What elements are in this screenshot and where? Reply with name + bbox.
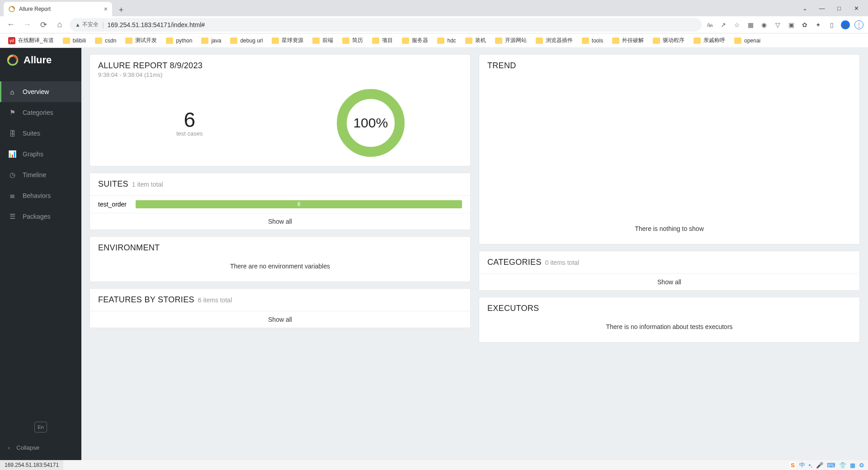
suites-card: SUITES 1 item total test_order 6 Show al… xyxy=(90,173,471,230)
ime-sogou-icon[interactable]: S xyxy=(790,462,796,469)
ime-punct-icon[interactable]: •, xyxy=(809,462,812,469)
ext-icon-2[interactable]: ◉ xyxy=(760,20,769,29)
reload-button[interactable]: ⟳ xyxy=(37,19,50,31)
features-card: FEATURES BY STORIES 6 items total Show a… xyxy=(90,288,471,328)
bookmark-item[interactable]: 亲戚称呼 xyxy=(690,35,729,46)
bookmark-item[interactable]: 服务器 xyxy=(398,35,432,46)
status-bar: 169.254.51.183:54171 xyxy=(0,460,63,470)
bookmark-item[interactable]: 简历 xyxy=(339,35,367,46)
bookmark-item[interactable]: tools xyxy=(578,36,607,46)
bookmark-item[interactable]: csdn xyxy=(91,36,120,46)
flag-icon: ⚑ xyxy=(8,108,16,117)
ext-icon-4[interactable]: ▣ xyxy=(787,20,796,29)
features-subtitle: 6 items total xyxy=(198,296,232,304)
features-show-all-link[interactable]: Show all xyxy=(90,311,470,328)
bookmark-item[interactable]: 前端 xyxy=(309,35,337,46)
test-count: 6 xyxy=(99,109,280,130)
side-panel-icon[interactable]: ▯ xyxy=(827,20,836,29)
suites-title: SUITES xyxy=(98,179,128,189)
suite-name: test_order xyxy=(98,201,127,208)
ext-icon-1[interactable]: ▦ xyxy=(746,20,755,29)
sidebar: Allure ⌂Overview ⚑Categories 🗄Suites 📊Gr… xyxy=(0,48,81,460)
nav-graphs[interactable]: 📊Graphs xyxy=(0,144,81,164)
folder-icon xyxy=(734,38,741,44)
ext-icon-5[interactable]: ✿ xyxy=(800,20,809,29)
pass-rate-donut[interactable]: 100% xyxy=(337,89,405,157)
nav-categories[interactable]: ⚑Categories xyxy=(0,102,81,123)
home-button[interactable]: ⌂ xyxy=(53,19,66,31)
ime-mic-icon[interactable]: 🎤 xyxy=(816,462,823,469)
folder-icon xyxy=(653,38,660,44)
nav-behaviors[interactable]: ≣Behaviors xyxy=(0,185,81,206)
bookmark-item[interactable]: openai xyxy=(731,36,764,46)
nav-timeline[interactable]: ◷Timeline xyxy=(0,164,81,185)
ext-icon-3[interactable]: ▽ xyxy=(773,20,782,29)
forward-button[interactable]: → xyxy=(21,19,33,31)
window-close-button[interactable]: ✕ xyxy=(848,2,864,14)
executors-empty: There is no information about tests exec… xyxy=(487,313,851,336)
suite-pass-bar: 6 xyxy=(136,200,462,208)
window-dropdown-button[interactable]: ⌄ xyxy=(797,2,813,14)
bookmark-item[interactable]: 星球资源 xyxy=(268,35,307,46)
back-button[interactable]: ← xyxy=(5,19,17,31)
suites-show-all-link[interactable]: Show all xyxy=(90,213,470,230)
home-icon: ⌂ xyxy=(8,88,16,96)
nav-packages[interactable]: ☰Packages xyxy=(0,206,81,227)
collapse-sidebar-button[interactable]: ‹ Collapse xyxy=(0,441,81,455)
extensions-icon[interactable]: ✦ xyxy=(814,20,823,29)
window-maximize-button[interactable]: □ xyxy=(831,2,847,14)
trend-empty: There is nothing to show xyxy=(487,215,851,238)
suite-row[interactable]: test_order 6 xyxy=(90,195,470,213)
bookmark-item[interactable]: 外挂破解 xyxy=(609,35,647,46)
window-minimize-button[interactable]: — xyxy=(814,2,830,14)
ime-keyboard-icon[interactable]: ⌨ xyxy=(827,462,835,469)
bookmark-item[interactable]: bilibili xyxy=(59,36,90,46)
translate-icon[interactable]: 🗛 xyxy=(705,20,714,29)
folder-icon xyxy=(582,38,589,44)
extension-icons: 🗛 ↗ ☆ ▦ ◉ ▽ ▣ ✿ ✦ ▯ w ⋮ xyxy=(705,20,863,29)
overview-card: ALLURE REPORT 8/9/2023 9:38:04 - 9:38:04… xyxy=(90,54,471,166)
features-title: FEATURES BY STORIES xyxy=(98,295,194,305)
status-text: 169.254.51.183:54171 xyxy=(5,462,59,468)
ime-settings-icon[interactable]: ⚙ xyxy=(859,462,864,469)
tab-close-icon[interactable]: × xyxy=(104,5,108,13)
bookmark-item[interactable]: hdc xyxy=(434,36,459,46)
folder-icon xyxy=(612,38,619,44)
profile-avatar[interactable]: w xyxy=(841,20,850,29)
insecure-badge[interactable]: ▲ 不安全 xyxy=(75,21,99,28)
bookmark-item[interactable]: debug url xyxy=(226,36,266,46)
categories-card: CATEGORIES 0 items total Show all xyxy=(479,251,860,291)
bookmarks-bar: yd在线翻译_有道 bilibili csdn 测试开发 python java… xyxy=(0,33,868,48)
ime-skin-icon[interactable]: 👕 xyxy=(839,462,846,469)
ime-toolbox-icon[interactable]: ▦ xyxy=(850,462,855,469)
tab-title: Allure Report xyxy=(19,6,51,12)
folder-icon xyxy=(125,38,132,44)
star-icon[interactable]: ☆ xyxy=(732,20,741,29)
youdao-icon: yd xyxy=(8,37,15,44)
bookmark-item[interactable]: 项目 xyxy=(368,35,396,46)
bookmark-item[interactable]: 开源网站 xyxy=(491,35,530,46)
bookmark-item[interactable]: python xyxy=(162,36,196,46)
folder-icon xyxy=(63,38,70,44)
folder-icon xyxy=(372,38,379,44)
browser-tab[interactable]: Allure Report × xyxy=(4,2,112,16)
url-field[interactable]: ▲ 不安全 | 169.254.51.183:54171/index.html# xyxy=(70,18,702,32)
ime-lang-icon[interactable]: 中 xyxy=(799,461,805,469)
bookmark-item[interactable]: 装机 xyxy=(462,35,490,46)
nav-overview[interactable]: ⌂Overview xyxy=(0,81,81,102)
language-toggle[interactable]: En xyxy=(34,422,47,432)
share-icon[interactable]: ↗ xyxy=(719,20,728,29)
categories-show-all-link[interactable]: Show all xyxy=(479,273,859,290)
bookmark-item[interactable]: 测试开发 xyxy=(122,35,160,46)
nav-suites[interactable]: 🗄Suites xyxy=(0,123,81,144)
pass-rate-percent: 100% xyxy=(353,115,388,131)
bookmark-item[interactable]: 驱动程序 xyxy=(649,35,688,46)
bookmark-item[interactable]: 浏览器插件 xyxy=(532,35,576,46)
new-tab-button[interactable]: + xyxy=(115,4,127,16)
briefcase-icon: 🗄 xyxy=(8,130,16,137)
bookmark-item[interactable]: yd在线翻译_有道 xyxy=(5,35,57,46)
bookmark-item[interactable]: java xyxy=(198,36,225,46)
sidebar-header[interactable]: Allure xyxy=(0,48,81,72)
folder-icon xyxy=(272,38,279,44)
browser-menu-button[interactable]: ⋮ xyxy=(854,20,863,29)
